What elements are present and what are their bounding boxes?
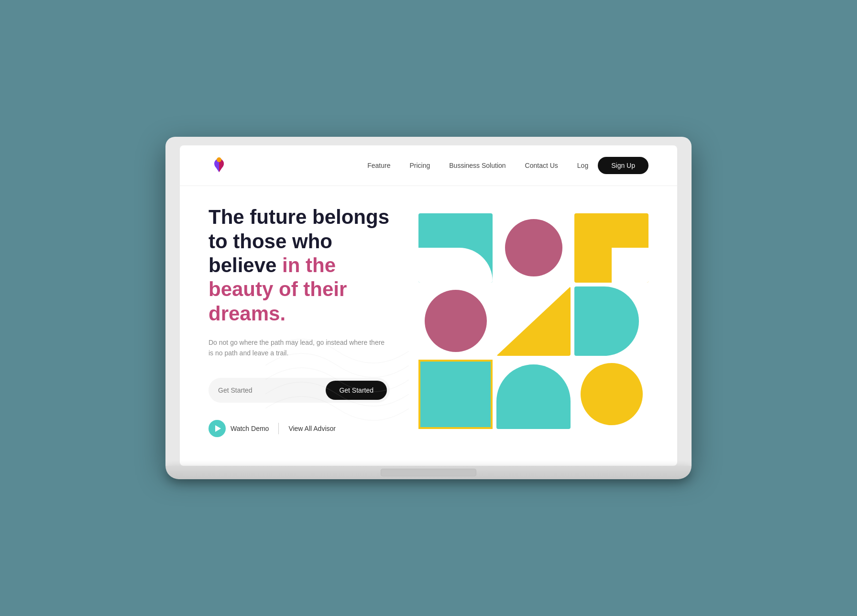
teal-arch (496, 364, 571, 429)
nav-right: Log Sign Up (577, 157, 648, 174)
play-icon (215, 425, 221, 432)
teal-semicircle-right (574, 286, 639, 356)
geo-cell-mauve-circle-bottom (418, 286, 493, 356)
logo[interactable] (209, 155, 230, 176)
nav-links: Feature Pricing Bussiness Solution Conta… (367, 162, 558, 169)
nav-business[interactable]: Bussiness Solution (449, 162, 505, 169)
geo-cell-teal-quarter (418, 213, 493, 283)
hero-left: The future belongs to those who believe … (209, 205, 390, 437)
nav-log[interactable]: Log (577, 162, 588, 169)
nav-feature[interactable]: Feature (367, 162, 390, 169)
laptop-screen: Feature Pricing Bussiness Solution Conta… (180, 145, 677, 466)
watch-demo[interactable]: Watch Demo (209, 420, 269, 437)
geo-cell-yellow-square (574, 213, 648, 283)
geo-cell-teal-semicircle-right (574, 286, 648, 356)
geo-cell-yellow-circle (574, 360, 648, 429)
navbar: Feature Pricing Bussiness Solution Conta… (180, 145, 677, 186)
geo-cell-teal-arch (496, 360, 571, 429)
laptop-base (165, 466, 692, 479)
svg-point-0 (217, 157, 221, 162)
hero-section: The future belongs to those who believe … (180, 186, 677, 466)
nav-contact[interactable]: Contact Us (525, 162, 558, 169)
trackpad (381, 469, 476, 476)
geo-cell-mauve-circle-top (496, 213, 571, 283)
signup-button[interactable]: Sign Up (598, 157, 648, 174)
screen-bezel: Feature Pricing Bussiness Solution Conta… (165, 137, 692, 466)
geo-cell-teal-bordered (418, 360, 493, 429)
nav-pricing[interactable]: Pricing (409, 162, 430, 169)
wave-decoration (265, 303, 409, 447)
hero-right (418, 213, 648, 429)
watch-demo-label: Watch Demo (231, 425, 269, 432)
laptop-mockup: Feature Pricing Bussiness Solution Conta… (165, 137, 692, 479)
geo-cell-yellow-triangle (496, 286, 571, 356)
geometric-grid (418, 213, 648, 429)
mauve-circle-large (425, 290, 487, 352)
yellow-circle (581, 363, 643, 425)
mauve-circle-top (505, 219, 562, 276)
website-content: Feature Pricing Bussiness Solution Conta… (180, 145, 677, 466)
play-button[interactable] (209, 420, 226, 437)
yellow-triangle (496, 286, 571, 356)
